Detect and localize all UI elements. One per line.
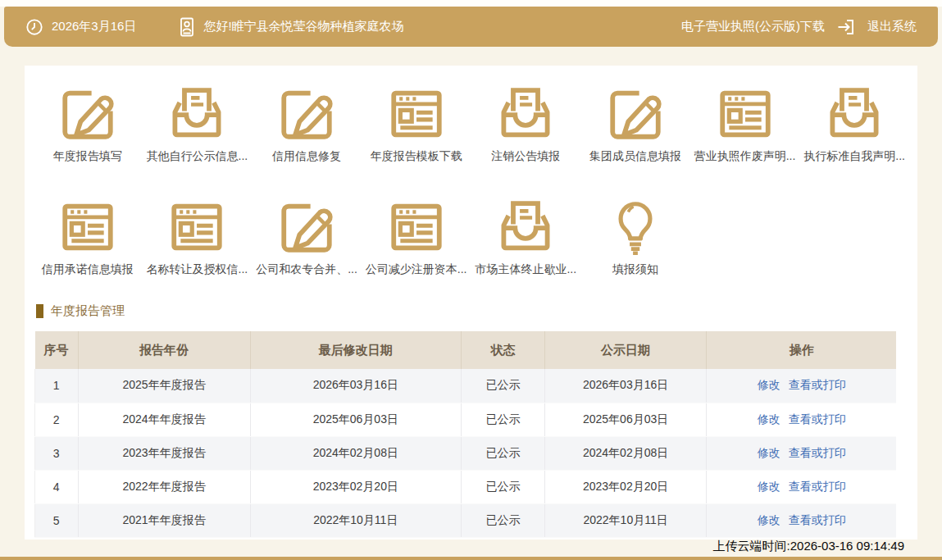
cell-published: 2022年10月11日 [544, 503, 706, 537]
edit-icon [276, 84, 337, 144]
cell-no: 4 [35, 470, 79, 503]
cell-status: 已公示 [461, 436, 544, 470]
grid-item-label: 执行标准自我声明... [803, 149, 905, 164]
grid-item-filing-instructions[interactable]: 填报须知 [580, 197, 690, 277]
edit-icon [605, 84, 666, 144]
cell-modified: 2025年06月03日 [250, 403, 461, 436]
table-row: 2 2024年年度报告 2025年06月03日 已公示 2025年06月03日 … [35, 403, 897, 436]
view-print-link[interactable]: 查看或打印 [789, 446, 846, 459]
cell-actions: 修改查看或打印 [707, 369, 896, 403]
edit-link[interactable]: 修改 [758, 513, 780, 526]
grid-item-label: 营业执照作废声明... [694, 149, 796, 164]
grid-item-name-transfer-authorization[interactable]: 名称转让及授权信... [143, 197, 253, 277]
cell-published: 2024年02月08日 [544, 436, 706, 470]
grid-item-other-public-info[interactable]: 其他自行公示信息... [143, 84, 253, 164]
browser-icon [386, 197, 447, 257]
grid-item-label: 公司和农专合并、... [256, 262, 357, 277]
inbox-icon [495, 197, 556, 257]
col-header-modified: 最后修改日期 [250, 331, 461, 369]
grid-item-label: 信用信息修复 [272, 149, 341, 164]
cell-modified: 2026年03月16日 [250, 369, 461, 403]
col-header-actions: 操作 [707, 331, 896, 369]
grid-item-label: 市场主体终止歇业... [475, 262, 576, 277]
col-header-published: 公示日期 [544, 331, 706, 369]
view-print-link[interactable]: 查看或打印 [789, 412, 846, 426]
cell-year: 2025年年度报告 [78, 369, 250, 403]
table-header-row: 序号 报告年份 最后修改日期 状态 公示日期 操作 [35, 331, 897, 369]
col-header-no: 序号 [35, 331, 79, 369]
view-print-link[interactable]: 查看或打印 [789, 513, 846, 526]
user-greeting: 您好!睢宁县余悦莹谷物种植家庭农场 [203, 19, 403, 34]
grid-item-standard-self-declaration[interactable]: 执行标准自我声明... [799, 84, 909, 164]
cell-published: 2023年02月20日 [544, 470, 706, 503]
grid-item-capital-reduction[interactable]: 公司减少注册资本... [362, 197, 471, 277]
inbox-icon [495, 84, 556, 144]
cell-published: 2025年06月03日 [544, 403, 706, 436]
cell-modified: 2023年02月20日 [250, 470, 461, 503]
bulb-icon [605, 197, 666, 257]
cell-actions: 修改查看或打印 [707, 403, 896, 436]
top-bar: 2026年3月16日 您好!睢宁县余悦莹谷物种植家庭农场 电子营业执照(公示版)… [4, 7, 938, 47]
grid-item-label: 集团成员信息填报 [589, 149, 681, 164]
edit-link[interactable]: 修改 [758, 378, 780, 391]
table-row: 1 2025年年度报告 2026年03月16日 已公示 2026年03月16日 … [35, 369, 897, 403]
grid-item-label: 信用承诺信息填报 [42, 262, 134, 277]
grid-item-business-suspension[interactable]: 市场主体终止歇业... [471, 197, 581, 277]
table-row: 4 2022年年度报告 2023年02月20日 已公示 2023年02月20日 … [35, 470, 897, 503]
col-header-status: 状态 [461, 331, 544, 369]
grid-item-credit-commitment[interactable]: 信用承诺信息填报 [33, 197, 143, 277]
topbar-right: 电子营业执照(公示版)下载 退出系统 [681, 17, 917, 37]
grid-item-label: 注销公告填报 [491, 149, 560, 164]
cell-no: 2 [35, 403, 79, 436]
annual-report-table-wrap: 序号 报告年份 最后修改日期 状态 公示日期 操作 1 2025年年度报告 20… [34, 331, 896, 538]
edit-icon [276, 197, 337, 257]
cell-year: 2021年年度报告 [78, 503, 250, 537]
cell-status: 已公示 [461, 470, 544, 503]
edit-link[interactable]: 修改 [758, 446, 780, 459]
cell-actions: 修改查看或打印 [707, 503, 896, 537]
cell-status: 已公示 [461, 369, 544, 403]
grid-item-label: 公司减少注册资本... [366, 262, 467, 277]
license-download-link[interactable]: 电子营业执照(公示版)下载 [681, 19, 825, 34]
grid-item-company-merger[interactable]: 公司和农专合并、... [252, 197, 362, 277]
grid-item-cancellation-notice[interactable]: 注销公告填报 [471, 84, 581, 164]
clock-icon [25, 18, 43, 36]
section-title: 年度报告管理 [51, 303, 125, 319]
bottom-gold-strip [0, 557, 942, 560]
inbox-icon [824, 84, 885, 144]
grid-item-group-member-info[interactable]: 集团成员信息填报 [580, 84, 690, 164]
table-row: 3 2023年年度报告 2024年02月08日 已公示 2024年02月08日 … [35, 436, 897, 470]
page-top-gap [0, 0, 942, 7]
main-panel: 年度报告填写 其他自行公示信息... 信用信息修复 年度报告模板下载 注销公告填… [25, 66, 917, 540]
cell-no: 3 [35, 436, 79, 470]
cell-year: 2023年年度报告 [78, 436, 250, 470]
inbox-icon [166, 84, 227, 144]
annual-report-table: 序号 报告年份 最后修改日期 状态 公示日期 操作 1 2025年年度报告 20… [34, 331, 896, 538]
grid-item-license-void-declaration[interactable]: 营业执照作废声明... [690, 84, 800, 164]
current-date: 2026年3月16日 [52, 19, 136, 34]
logout-icon[interactable] [836, 17, 856, 37]
edit-icon [57, 84, 118, 144]
grid-item-credit-repair[interactable]: 信用信息修复 [252, 84, 362, 164]
browser-icon [166, 197, 227, 257]
function-icon-grid: 年度报告填写 其他自行公示信息... 信用信息修复 年度报告模板下载 注销公告填… [25, 66, 917, 277]
view-print-link[interactable]: 查看或打印 [789, 480, 846, 493]
browser-icon [57, 197, 118, 257]
edit-link[interactable]: 修改 [758, 412, 780, 426]
cell-modified: 2024年02月08日 [250, 436, 461, 470]
cell-year: 2024年年度报告 [78, 403, 250, 436]
grid-item-label: 其他自行公示信息... [147, 149, 248, 164]
greeting-group: 您好!睢宁县余悦莹谷物种植家庭农场 [179, 17, 403, 37]
cell-no: 5 [35, 503, 79, 537]
view-print-link[interactable]: 查看或打印 [789, 378, 846, 391]
cell-actions: 修改查看或打印 [707, 470, 896, 503]
logout-link[interactable]: 退出系统 [867, 19, 917, 34]
grid-item-report-template-download[interactable]: 年度报告模板下载 [362, 84, 471, 164]
upload-timestamp: 上传云端时间:2026-03-16 09:14:49 [713, 539, 904, 554]
grid-item-annual-report-fill[interactable]: 年度报告填写 [33, 84, 143, 164]
user-badge-icon [179, 17, 195, 37]
cell-status: 已公示 [461, 503, 544, 537]
grid-item-label: 年度报告填写 [53, 149, 122, 164]
table-row: 5 2021年年度报告 2022年10月11日 已公示 2022年10月11日 … [35, 503, 897, 537]
edit-link[interactable]: 修改 [758, 480, 780, 493]
